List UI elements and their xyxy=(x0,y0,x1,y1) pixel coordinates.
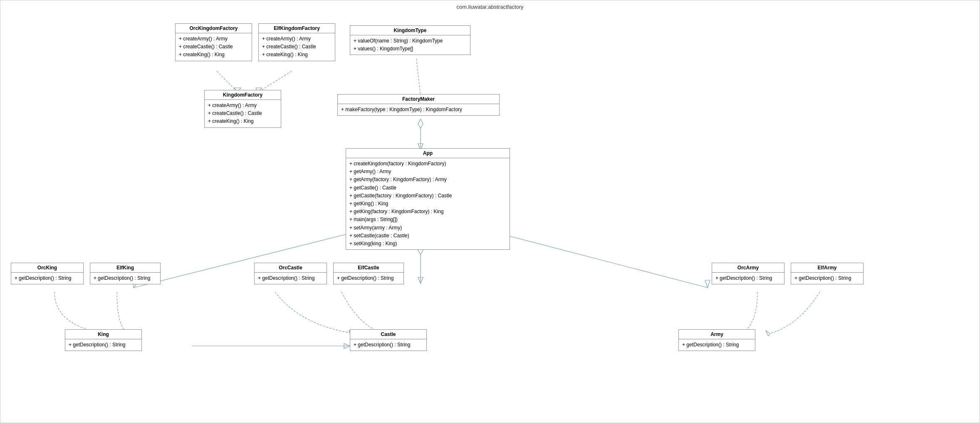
king-box: King + getDescription() : String xyxy=(65,329,142,351)
method-1: + getDescription() : String xyxy=(258,274,323,282)
package-label: com.iluwatar.abstractfactory xyxy=(0,4,980,10)
kingdom-type-body: + valueOf(name : String) : KingdomType +… xyxy=(350,35,470,55)
elf-castle-box: ElfCastle + getDescription() : String xyxy=(333,263,404,284)
method-1: + createArmy() : Army xyxy=(208,102,277,109)
app-body: + createKingdom(factory : KingdomFactory… xyxy=(346,158,510,249)
castle-title: Castle xyxy=(350,330,426,339)
svg-marker-15 xyxy=(705,280,710,288)
svg-line-0 xyxy=(217,71,238,92)
elf-army-title: ElfArmy xyxy=(791,263,863,273)
method-3: + createKing() : King xyxy=(179,51,248,59)
elf-army-box: ElfArmy + getDescription() : String xyxy=(791,263,864,284)
method-1: + createArmy() : Army xyxy=(179,35,248,43)
method-1: + createKingdom(factory : KingdomFactory… xyxy=(349,160,506,168)
kingdom-type-title: KingdomType xyxy=(350,26,470,35)
army-box: Army + getDescription() : String xyxy=(678,329,755,351)
svg-marker-7 xyxy=(418,119,423,128)
elf-castle-title: ElfCastle xyxy=(334,263,403,273)
method-1: + valueOf(name : String) : KingdomType xyxy=(354,37,467,45)
orc-king-body: + getDescription() : String xyxy=(11,273,83,284)
castle-body: + getDescription() : String xyxy=(350,339,426,351)
factory-maker-body: + makeFactory(type : KingdomType) : King… xyxy=(338,104,499,115)
orc-army-title: OrcArmy xyxy=(712,263,784,273)
elf-king-body: + getDescription() : String xyxy=(90,273,160,284)
method-7: + getKing(factory : KingdomFactory) : Ki… xyxy=(349,208,506,216)
method-2: + getArmy() : Army xyxy=(349,168,506,176)
method-1: + getDescription() : String xyxy=(715,274,781,282)
orc-castle-box: OrcCastle + getDescription() : String xyxy=(254,263,327,284)
kingdom-factory-body: + createArmy() : Army + createCastle() :… xyxy=(205,100,281,127)
method-10: + setCastle(castle : Castle) xyxy=(349,232,506,240)
orc-castle-title: OrcCastle xyxy=(255,263,327,273)
svg-line-14 xyxy=(500,234,708,288)
method-1: + createArmy() : Army xyxy=(262,35,332,43)
orc-army-body: + getDescription() : String xyxy=(712,273,784,284)
orc-army-box: OrcArmy + getDescription() : String xyxy=(712,263,784,284)
method-1: + makeFactory(type : KingdomType) : King… xyxy=(341,106,496,114)
method-3: + getArmy(factory : KingdomFactory) : Ar… xyxy=(349,176,506,184)
method-1: + getDescription() : String xyxy=(794,274,860,282)
castle-box: Castle + getDescription() : String xyxy=(350,329,427,351)
orc-kingdom-factory-box: OrcKingdomFactory + createArmy() : Army … xyxy=(175,23,252,61)
elf-army-body: + getDescription() : String xyxy=(791,273,863,284)
method-2: + createCastle() : Castle xyxy=(179,43,248,51)
diagram-container: com.iluwatar.abstractfactory xyxy=(0,0,980,423)
elf-kingdom-factory-body: + createArmy() : Army + createCastle() :… xyxy=(259,33,335,61)
kingdom-factory-title: KingdomFactory xyxy=(205,90,281,100)
method-8: + main(args : String[]) xyxy=(349,216,506,224)
orc-king-title: OrcKing xyxy=(11,263,83,273)
svg-line-4 xyxy=(416,59,421,96)
elf-kingdom-factory-title: ElfKingdomFactory xyxy=(259,24,335,33)
factory-maker-title: FactoryMaker xyxy=(338,95,499,104)
svg-marker-9 xyxy=(418,277,423,284)
method-1: + getDescription() : String xyxy=(69,341,138,349)
factory-maker-box: FactoryMaker + makeFactory(type : Kingdo… xyxy=(337,94,500,116)
kingdom-factory-box: KingdomFactory + createArmy() : Army + c… xyxy=(204,90,281,128)
king-body: + getDescription() : String xyxy=(65,339,141,351)
app-title: App xyxy=(346,149,510,158)
orc-kingdom-factory-body: + createArmy() : Army + createCastle() :… xyxy=(176,33,252,61)
method-5: + getCastle(factory : KingdomFactory) : … xyxy=(349,192,506,200)
method-6: + getKing() : King xyxy=(349,200,506,208)
elf-castle-body: + getDescription() : String xyxy=(334,273,403,284)
method-2: + values() : KingdomType[] xyxy=(354,45,467,53)
svg-marker-24 xyxy=(344,343,350,348)
app-box: App + createKingdom(factory : KingdomFac… xyxy=(346,148,510,250)
king-title: King xyxy=(65,330,141,339)
kingdom-type-box: KingdomType + valueOf(name : String) : K… xyxy=(350,25,470,55)
svg-line-2 xyxy=(258,71,292,92)
method-11: + setKing(king : King) xyxy=(349,240,506,248)
orc-castle-body: + getDescription() : String xyxy=(255,273,327,284)
army-body: + getDescription() : String xyxy=(679,339,755,351)
method-9: + setArmy(army : Army) xyxy=(349,224,506,232)
method-1: + getDescription() : String xyxy=(15,274,80,282)
elf-king-box: ElfKing + getDescription() : String xyxy=(90,263,161,284)
elf-king-title: ElfKing xyxy=(90,263,160,273)
elf-kingdom-factory-box: ElfKingdomFactory + createArmy() : Army … xyxy=(258,23,335,61)
method-1: + getDescription() : String xyxy=(337,274,400,282)
method-1: + getDescription() : String xyxy=(94,274,157,282)
method-2: + createCastle() : Castle xyxy=(208,109,277,117)
method-4: + getCastle() : Castle xyxy=(349,184,506,192)
method-2: + createCastle() : Castle xyxy=(262,43,332,51)
orc-kingdom-factory-title: OrcKingdomFactory xyxy=(176,24,252,33)
svg-marker-22 xyxy=(766,331,770,336)
orc-king-box: OrcKing + getDescription() : String xyxy=(11,263,84,284)
army-title: Army xyxy=(679,330,755,339)
method-1: + getDescription() : String xyxy=(682,341,752,349)
method-1: + getDescription() : String xyxy=(354,341,423,349)
method-3: + createKing() : King xyxy=(262,51,332,59)
method-3: + createKing() : King xyxy=(208,117,277,125)
